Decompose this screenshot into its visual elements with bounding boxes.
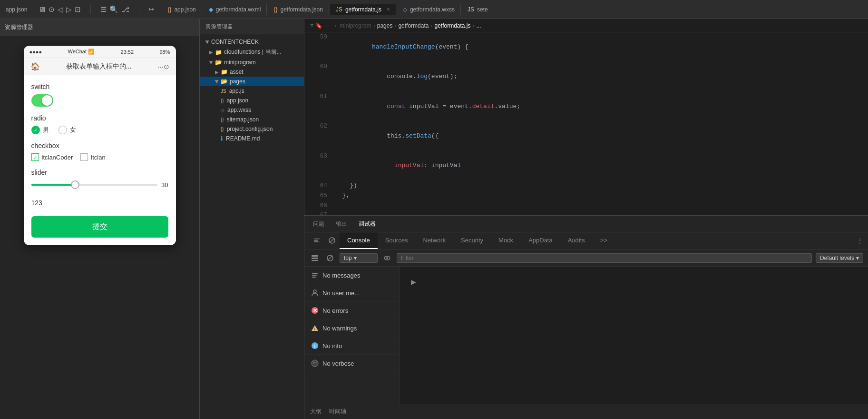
- line-num-62: 62: [310, 121, 327, 151]
- search-icon[interactable]: 🔍: [109, 5, 118, 14]
- breadcrumb-bookmark[interactable]: 🔖: [315, 22, 322, 29]
- no-user-messages-label: No user me...: [322, 289, 360, 297]
- eye-icon[interactable]: [381, 252, 393, 264]
- no-errors-label: No errors: [322, 307, 348, 314]
- console-sidebar-no-messages[interactable]: No messages: [304, 267, 399, 284]
- svg-point-11: [386, 257, 388, 259]
- tab-getformdata-wxss[interactable]: ◇ getformdata.wxss: [397, 4, 461, 15]
- expand-arrow-icon[interactable]: ▶: [409, 276, 418, 288]
- monitor-icon[interactable]: 🖥: [39, 5, 46, 13]
- tree-root[interactable]: ▶ CONTENTCHECK: [200, 37, 304, 47]
- toggle-switch[interactable]: [31, 94, 53, 107]
- console-sidebar-no-info[interactable]: i No info: [304, 337, 399, 355]
- tree-pages[interactable]: ▶ 📂 pages: [200, 77, 304, 86]
- tree-project-config[interactable]: {} project.config.json: [200, 124, 304, 134]
- tab-bar: {} app.json ◆ getformdata.wxml {} getfor…: [162, 4, 862, 15]
- tree-miniprogram[interactable]: ▶ 📂 miniprogram: [200, 58, 304, 67]
- top-selector[interactable]: top ▾: [340, 253, 378, 263]
- debug-tab-tiaoshi[interactable]: 调试器: [354, 218, 380, 230]
- arrow-down-icon: ▶: [209, 60, 214, 64]
- filter-input[interactable]: [397, 253, 812, 263]
- console-sidebar-no-user[interactable]: No user me...: [304, 284, 399, 302]
- no-warnings-label: No warnings: [322, 325, 357, 332]
- tree-app-wxss[interactable]: ◇ app.wxss: [200, 105, 304, 115]
- chevron-icon-4: ›: [473, 22, 475, 29]
- checkbox-group: ✓ itclanCoder itclan: [31, 153, 168, 161]
- checkbox-itclancoder[interactable]: ✓ itclanCoder: [31, 153, 73, 161]
- code-line-67: 67 // 表单提交: [304, 210, 868, 215]
- tab-appdata[interactable]: AppData: [521, 232, 560, 249]
- phone-container: ●●●● WeChat 📶 23:52 98% 🏠 获取表单输入框中的... ·…: [0, 36, 199, 419]
- tree-app-js[interactable]: JS app.js: [200, 86, 304, 96]
- radio-group: ✓ 男 女: [31, 126, 168, 134]
- console-sidebar-no-warnings[interactable]: ! No warnings: [304, 319, 399, 337]
- js-icon: JS: [336, 6, 342, 13]
- arrow-right-icon[interactable]: ↦: [149, 6, 154, 13]
- forward-icon[interactable]: ▷: [66, 5, 72, 14]
- console-sidebar-no-errors[interactable]: ✕ No errors: [304, 302, 399, 319]
- wxml-icon: ◆: [209, 6, 213, 13]
- circle-icon[interactable]: ⊙: [49, 5, 55, 14]
- tab-sources[interactable]: Sources: [378, 232, 416, 249]
- tab-close-icon[interactable]: ✕: [386, 7, 390, 12]
- submit-button[interactable]: 提交: [31, 216, 168, 238]
- line-num-66: 66: [310, 201, 327, 211]
- slider-thumb[interactable]: [71, 180, 79, 189]
- tab-audits[interactable]: Audits: [560, 232, 593, 249]
- wechat-label: WeChat 📶: [68, 49, 95, 55]
- tree-cloudfunctions[interactable]: ▶ 📁 cloudfunctions | 当前...: [200, 47, 304, 58]
- console-options-icon[interactable]: ⋮: [857, 237, 863, 245]
- nav-back[interactable]: ←: [324, 22, 330, 29]
- tab-getformdata-js[interactable]: JS getformdata.js ✕: [330, 4, 396, 15]
- hamburger-icon[interactable]: ☰: [100, 5, 107, 14]
- more-icon[interactable]: ···: [158, 63, 164, 70]
- back-icon[interactable]: ◁: [58, 5, 63, 14]
- debug-tab-shuchu[interactable]: 输出: [331, 218, 352, 230]
- bottom-tab-shijian[interactable]: 时间轴: [329, 406, 346, 418]
- default-levels-btn[interactable]: Default levels ▾: [816, 253, 863, 263]
- console-sidebar-no-verbose[interactable]: No verbose: [304, 355, 399, 372]
- tab-getformdata-wxml[interactable]: ◆ getformdata.wxml: [203, 4, 267, 15]
- folder-open-icon: 📂: [221, 78, 228, 85]
- warning-icon: !: [311, 324, 319, 332]
- record-icon[interactable]: ⊙: [164, 63, 169, 70]
- checkbox-itclan[interactable]: itclan: [80, 153, 105, 161]
- git-icon[interactable]: ⎇: [121, 5, 129, 14]
- tab-sete[interactable]: JS sete: [462, 4, 494, 15]
- editor-console-panel: ≡ 🔖 ← → miniprogram › pages › getformdat…: [304, 19, 868, 419]
- checkbox-label: checkbox: [31, 142, 168, 150]
- asset-label: asset: [230, 69, 244, 75]
- filter-layout-icon[interactable]: [309, 252, 321, 264]
- checkbox-checked-icon: ✓: [31, 153, 39, 161]
- tree-sitemap-json[interactable]: {} sitemap.json: [200, 115, 304, 124]
- tree-asset[interactable]: ▶ 📁 asset: [200, 67, 304, 77]
- tab-app-json[interactable]: {} app.json: [162, 4, 202, 15]
- nav-forward[interactable]: →: [332, 22, 338, 29]
- tree-readme[interactable]: ℹ README.md: [200, 134, 304, 143]
- debug-tab-wenti[interactable]: 问题: [308, 218, 329, 230]
- bottom-tab-dagang[interactable]: 大纲: [310, 406, 322, 418]
- fullscreen-icon[interactable]: ⊡: [75, 5, 81, 14]
- code-editor[interactable]: 59 handleInputChange(event) { 60 console…: [304, 32, 868, 215]
- console-block-btn[interactable]: [324, 232, 340, 249]
- tab-more[interactable]: >>: [593, 232, 615, 249]
- home-icon[interactable]: 🏠: [30, 62, 40, 71]
- tab-network[interactable]: Network: [415, 232, 453, 249]
- console-icon-btn[interactable]: [309, 232, 324, 249]
- radio-male[interactable]: ✓ 男: [31, 126, 49, 134]
- json-icon: {}: [167, 6, 171, 13]
- tab-getformdata-json[interactable]: {} getformdata.json: [268, 4, 329, 15]
- tab-console[interactable]: Console: [340, 232, 378, 249]
- tab-mock[interactable]: Mock: [491, 232, 521, 249]
- tree-app-json[interactable]: {} app.json: [200, 96, 304, 105]
- radio-female[interactable]: 女: [59, 126, 76, 134]
- tab-label: getformdata.wxss: [410, 6, 455, 13]
- tab-security[interactable]: Security: [453, 232, 491, 249]
- svg-text:i: i: [314, 343, 315, 349]
- phone-panel: 资源管理器 ●●●● WeChat 📶 23:52 98% 🏠 获取表单输入框中…: [0, 19, 200, 419]
- filter-block-icon[interactable]: [324, 252, 336, 264]
- line-num-61: 61: [310, 92, 327, 121]
- code-line-65: 65 },: [304, 191, 868, 201]
- top-label: top: [344, 255, 352, 261]
- svg-rect-14: [312, 277, 316, 278]
